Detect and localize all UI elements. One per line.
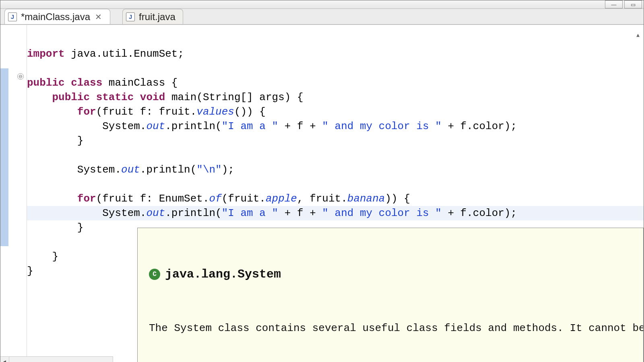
code-line: }: [27, 222, 83, 234]
gutter-range-highlight: [0, 68, 8, 246]
code-line: [27, 149, 33, 161]
code-line: [27, 236, 33, 248]
editor-gutter[interactable]: ⊖: [0, 25, 27, 362]
minimize-icon: —: [611, 2, 617, 8]
tooltip-title: java.lang.System: [165, 267, 281, 282]
code-line: [27, 62, 33, 74]
scroll-left-icon[interactable]: ◂: [0, 357, 9, 362]
tab-label: *mainClass.java: [21, 11, 90, 23]
code-line: System.out.println("\n");: [27, 164, 234, 176]
scroll-up-icon[interactable]: ▴: [636, 28, 640, 43]
tab-fruit[interactable]: J fruit.java: [122, 9, 183, 24]
window-minimize-button[interactable]: —: [605, 0, 623, 8]
ide-window: — ▭ J *mainClass.java ✕ J fruit.java ⊖ i…: [0, 0, 644, 362]
maximize-icon: ▭: [631, 2, 636, 8]
code-line: public class mainClass {: [27, 77, 178, 89]
code-line-current: System.out.println("I am a " + f + " and…: [27, 206, 644, 220]
code-line: import java.util.EnumSet;: [27, 48, 184, 60]
tooltip-header: C java.lang.System: [149, 267, 632, 282]
fold-toggle-icon[interactable]: ⊖: [17, 73, 24, 80]
window-maximize-button[interactable]: ▭: [624, 0, 642, 8]
code-editor[interactable]: import java.util.EnumSet; public class m…: [27, 25, 644, 362]
tab-mainclass[interactable]: J *mainClass.java ✕: [4, 9, 110, 24]
code-line: }: [27, 135, 83, 147]
code-line: public static void main(String[] args) {: [27, 91, 303, 103]
close-tab-icon[interactable]: ✕: [94, 12, 103, 22]
code-line: for(fruit f: fruit.values()) {: [27, 106, 266, 118]
editor-tab-bar: J *mainClass.java ✕ J fruit.java: [0, 9, 644, 25]
code-line: }: [27, 251, 58, 263]
code-line: for(fruit f: EnumSet.of(fruit.apple, fru…: [27, 193, 410, 205]
code-line: [27, 178, 33, 190]
javadoc-hover-tooltip: C java.lang.System The System class cont…: [137, 228, 644, 362]
java-file-icon: J: [126, 12, 135, 21]
editor-area: ⊖ import java.util.EnumSet; public class…: [0, 25, 644, 362]
window-titlebar: — ▭: [0, 0, 644, 9]
code-line: }: [27, 265, 33, 277]
class-icon: C: [149, 269, 160, 280]
java-file-icon: J: [8, 12, 17, 21]
code-line: System.out.println("I am a " + f + " and…: [27, 120, 517, 132]
tooltip-paragraph: The System class contains several useful…: [149, 321, 632, 336]
horizontal-scrollbar[interactable]: ◂: [0, 356, 113, 362]
tab-label: fruit.java: [139, 11, 175, 23]
